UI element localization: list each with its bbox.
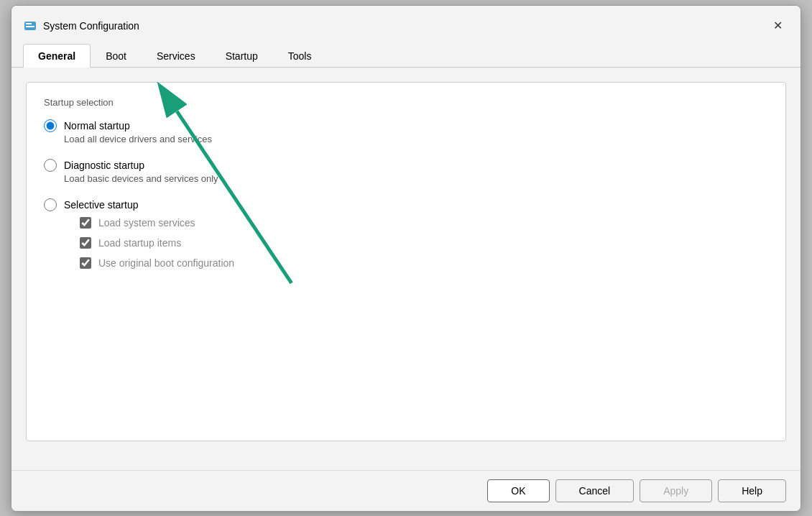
option-diagnostic: Diagnostic startup Load basic devices an… bbox=[44, 159, 768, 190]
checkbox-load-system-row: Load system services bbox=[80, 217, 768, 229]
close-button[interactable]: ✕ bbox=[766, 14, 789, 37]
system-configuration-window: System Configuration ✕ General Boot Serv… bbox=[11, 5, 801, 512]
window-title: System Configuration bbox=[43, 20, 139, 32]
cancel-button[interactable]: Cancel bbox=[555, 479, 635, 502]
tab-tools[interactable]: Tools bbox=[273, 44, 327, 68]
checkbox-use-original-row: Use original boot configuration bbox=[80, 257, 768, 269]
diagnostic-startup-label[interactable]: Diagnostic startup bbox=[64, 160, 144, 171]
use-original-label[interactable]: Use original boot configuration bbox=[98, 257, 234, 269]
normal-startup-desc: Load all device drivers and services bbox=[64, 134, 768, 144]
tab-services[interactable]: Services bbox=[142, 44, 211, 68]
help-button[interactable]: Help bbox=[718, 479, 786, 502]
load-system-label[interactable]: Load system services bbox=[98, 217, 195, 229]
titlebar: System Configuration ✕ bbox=[11, 6, 801, 37]
diagnostic-startup-radio[interactable] bbox=[44, 159, 57, 172]
load-startup-label[interactable]: Load startup items bbox=[98, 237, 181, 249]
tab-bar: General Boot Services Startup Tools bbox=[11, 37, 801, 68]
tab-boot[interactable]: Boot bbox=[91, 44, 142, 68]
diagnostic-startup-desc: Load basic devices and services only bbox=[64, 173, 768, 184]
selective-startup-radio[interactable] bbox=[44, 198, 57, 211]
checkbox-load-startup-row: Load startup items bbox=[80, 237, 768, 249]
normal-startup-label[interactable]: Normal startup bbox=[64, 120, 130, 132]
titlebar-left: System Configuration bbox=[23, 19, 139, 33]
use-original-checkbox[interactable] bbox=[80, 257, 91, 269]
apply-button[interactable]: Apply bbox=[640, 479, 712, 502]
section-label: Startup selection bbox=[44, 97, 768, 108]
content-area: Startup selection Normal startup Load al… bbox=[11, 68, 801, 470]
option-normal: Normal startup Load all device drivers a… bbox=[44, 119, 768, 150]
startup-options: Normal startup Load all device drivers a… bbox=[44, 119, 768, 277]
option-selective: Selective startup Load system services L… bbox=[44, 198, 768, 269]
svg-rect-1 bbox=[26, 23, 32, 24]
footer: OK Cancel Apply Help bbox=[11, 470, 801, 511]
selective-startup-label[interactable]: Selective startup bbox=[64, 199, 139, 211]
load-system-checkbox[interactable] bbox=[80, 217, 91, 229]
normal-radio-row: Normal startup bbox=[44, 119, 768, 132]
svg-rect-2 bbox=[26, 26, 34, 27]
selective-checkboxes: Load system services Load startup items … bbox=[80, 217, 768, 269]
window-icon bbox=[23, 19, 37, 33]
selective-radio-row: Selective startup bbox=[44, 198, 768, 211]
main-panel: Startup selection Normal startup Load al… bbox=[26, 82, 786, 441]
load-startup-checkbox[interactable] bbox=[80, 237, 91, 249]
normal-startup-radio[interactable] bbox=[44, 119, 57, 132]
ok-button[interactable]: OK bbox=[487, 479, 549, 502]
diagnostic-radio-row: Diagnostic startup bbox=[44, 159, 768, 172]
tab-general[interactable]: General bbox=[23, 44, 91, 68]
tab-startup[interactable]: Startup bbox=[211, 44, 273, 68]
